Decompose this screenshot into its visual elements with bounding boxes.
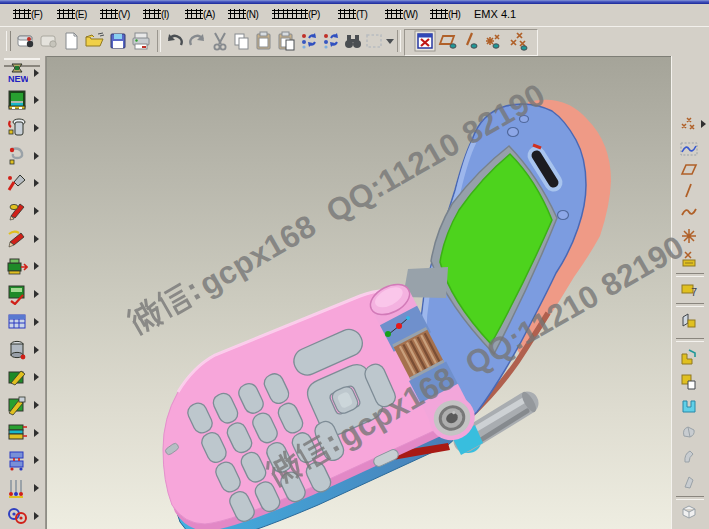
svg-text:7: 7	[691, 286, 697, 298]
